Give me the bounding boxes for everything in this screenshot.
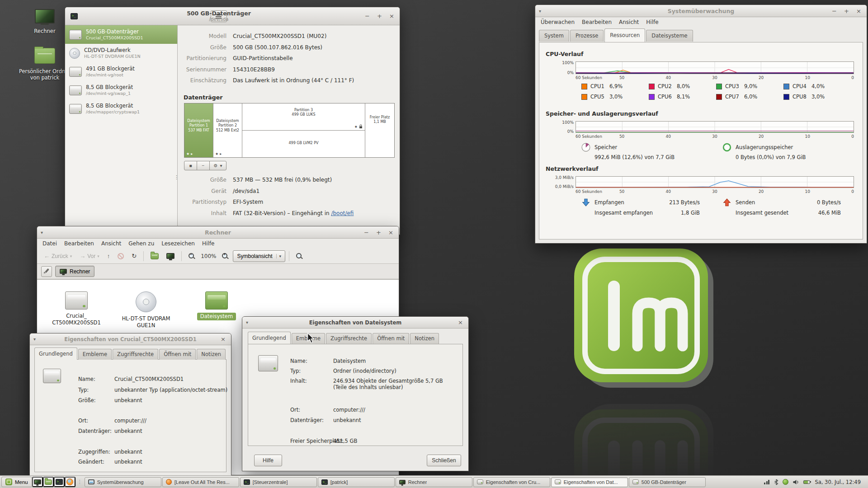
close-button[interactable]	[388, 13, 395, 19]
sidebar-item-disk[interactable]: 500 GB-DatenträgerCrucial_CT500MX200SSD1	[65, 25, 177, 44]
zoom-out-button[interactable]: −	[185, 250, 198, 262]
tab-zugriffsrechte[interactable]: Zugriffsrechte	[113, 349, 158, 360]
window-menu-icon[interactable]	[539, 9, 541, 14]
stop-button[interactable]	[114, 250, 127, 262]
minimize-button[interactable]	[363, 230, 370, 235]
caja-titlebar[interactable]: Rechner	[37, 226, 399, 239]
maximize-button[interactable]	[376, 13, 383, 19]
network-signal-icon[interactable]	[764, 479, 770, 485]
close-button[interactable]	[855, 8, 862, 14]
taskbar-window-disks[interactable]: 500 GB-Datenträger	[629, 477, 706, 487]
volume-menu-button[interactable]	[209, 161, 226, 170]
help-button[interactable]: Hilfe	[254, 455, 282, 466]
partition-2-segment[interactable]: DateisystemPartition 2512 MB Ext2	[213, 103, 242, 157]
taskbar-window-patrick[interactable]: [patrick]	[318, 477, 395, 487]
partition-3-lvm[interactable]: 499 GB LVM2 PV	[242, 131, 365, 157]
minimize-button[interactable]	[831, 8, 838, 14]
menu-lesezeichen[interactable]: Lesezeichen	[158, 239, 198, 248]
menu-ueberwachen[interactable]: Überwachen	[537, 18, 578, 27]
window-menu-icon[interactable]	[246, 320, 248, 325]
sidebar-item-cryptswap[interactable]: 8,5 GB Blockgerät/dev/mapper/cryptswap1	[65, 99, 177, 118]
file-item-crucial[interactable]: Crucial_CT500MX200SSD1	[48, 291, 104, 326]
partition-3-segment[interactable]: Partition 3499 GB LUKS 499 GB LVM2 PV	[242, 103, 365, 157]
tab-notizen[interactable]: Notizen	[197, 349, 226, 360]
bluetooth-icon[interactable]	[774, 479, 778, 485]
desktop-icon-home[interactable]: Persönlicher Ordnervon patrick	[18, 48, 71, 81]
free-space-segment[interactable]: Freier Platz1,1 MB	[365, 103, 394, 157]
view-mode-select[interactable]: Symbolansicht	[233, 250, 285, 262]
close-button[interactable]	[387, 230, 394, 235]
menu-hilfe[interactable]: Hilfe	[198, 239, 218, 248]
tab-embleme[interactable]: Embleme	[78, 349, 112, 360]
disks-titlebar[interactable]: 500 GB-Datenträger /dev/sda	[65, 7, 400, 25]
desktop-icon-computer[interactable]: Rechner	[20, 9, 70, 34]
tab-notizen[interactable]: Notizen	[410, 333, 439, 344]
taskbar-window-music[interactable]: [Leave Out All The Res...	[162, 477, 239, 487]
tab-ressourcen[interactable]: Ressourcen	[604, 28, 645, 42]
location-button[interactable]: Rechner	[55, 266, 94, 277]
tab-dateisysteme[interactable]: Dateisysteme	[646, 30, 693, 42]
search-button[interactable]	[293, 250, 306, 262]
file-item-dvd[interactable]: HL-DT-ST DVDRAMGUE1N	[118, 291, 174, 329]
volume-icon[interactable]	[793, 479, 799, 485]
menu-gehen-zu[interactable]: Gehen zu	[125, 239, 158, 248]
window-menu-icon[interactable]	[33, 337, 36, 342]
sidebar-item-swap[interactable]: 8,5 GB Blockgerät/dev/mint-vg/swap_1	[65, 81, 177, 99]
tab-prozesse[interactable]: Prozesse	[570, 30, 604, 42]
tab-oeffnen-mit[interactable]: Öffnen mit	[159, 349, 196, 360]
tab-zugriffsrechte[interactable]: Zugriffsrechte	[326, 333, 372, 344]
dialog-titlebar[interactable]: Eigenschaften von Dateisystem	[242, 317, 468, 328]
prop-row: PartitionierungGUID-Partitionstabelle	[178, 53, 400, 64]
network-receive-legend: Empfangen213 Bytes/s Insgesamt empfangen…	[581, 198, 700, 217]
browser-launcher[interactable]	[65, 477, 75, 487]
sysmon-titlebar[interactable]: Systemüberwachung	[535, 5, 867, 17]
menu-ansicht[interactable]: Ansicht	[98, 239, 125, 248]
maximize-button[interactable]	[843, 8, 850, 14]
maximize-button[interactable]	[375, 230, 382, 235]
close-button[interactable]	[457, 319, 464, 325]
taskbar-window-rechner[interactable]: Rechner	[396, 477, 472, 487]
taskbar-window-sysmon[interactable]: Systemüberwachung	[85, 477, 161, 487]
close-dialog-button[interactable]: Schließen	[427, 455, 461, 466]
dialog-titlebar[interactable]: Eigenschaften von Crucial_CT500MX200SSD1	[30, 333, 231, 345]
tab-oeffnen-mit[interactable]: Öffnen mit	[373, 333, 409, 344]
forward-button[interactable]: Vor	[76, 250, 103, 262]
file-item-filesystem[interactable]: Dateisystem	[189, 291, 245, 320]
desktop-button[interactable]	[163, 250, 178, 262]
menu-button[interactable]: Menu	[1, 477, 32, 487]
home-button[interactable]	[147, 250, 162, 262]
sidebar-item-root[interactable]: 491 GB Blockgerät/dev/mint-vg/root	[65, 62, 177, 81]
show-desktop-button[interactable]	[32, 477, 43, 487]
taskbar-window-props-filesystem[interactable]: Eigenschaften von Dat...	[551, 477, 628, 487]
battery-icon[interactable]	[803, 480, 810, 484]
shield-icon[interactable]	[783, 479, 788, 485]
menu-bearbeiten[interactable]: Bearbeiten	[578, 18, 615, 27]
location-edit-toggle[interactable]	[41, 266, 52, 277]
tab-grundlegend[interactable]: Grundlegend	[248, 332, 291, 344]
menu-datei[interactable]: Datei	[39, 239, 61, 248]
delete-partition-button[interactable]	[197, 161, 210, 170]
window-menu-icon[interactable]	[41, 230, 43, 235]
unmount-button[interactable]	[184, 161, 197, 170]
up-button[interactable]	[104, 250, 113, 262]
tab-system[interactable]: System	[539, 30, 569, 42]
tab-grundlegend[interactable]: Grundlegend	[34, 347, 77, 360]
menu-bearbeiten[interactable]: Bearbeiten	[61, 239, 98, 248]
clock[interactable]: Sa, 30. Jul., 12:49	[815, 476, 861, 488]
sidebar-item-cdrom[interactable]: CD/DVD-LaufwerkHL-DT-ST DVDRAM GUE1N	[65, 44, 177, 62]
partition-3-luks[interactable]: Partition 3499 GB LUKS	[242, 103, 365, 131]
taskbar-window-steuerzentrale[interactable]: [Steuerzentrale]	[240, 477, 317, 487]
file-manager-launcher[interactable]	[43, 477, 54, 487]
taskbar-window-props-crucial[interactable]: Eigenschaften von Cru...	[473, 477, 550, 487]
back-button[interactable]: Zurück	[41, 250, 75, 262]
zoom-in-button[interactable]: +	[219, 250, 231, 262]
boot-efi-link[interactable]: /boot/efi	[331, 210, 354, 216]
terminal-launcher[interactable]	[54, 477, 65, 487]
close-button[interactable]	[220, 336, 226, 342]
partition-1-segment[interactable]: DateisystemPartition 1537 MB FAT	[184, 103, 213, 157]
menu-ansicht[interactable]: Ansicht	[615, 18, 642, 27]
reload-button[interactable]	[128, 250, 140, 262]
toolbar-separator	[181, 251, 182, 261]
menu-hilfe[interactable]: Hilfe	[642, 18, 662, 27]
minimize-button[interactable]	[364, 13, 371, 19]
